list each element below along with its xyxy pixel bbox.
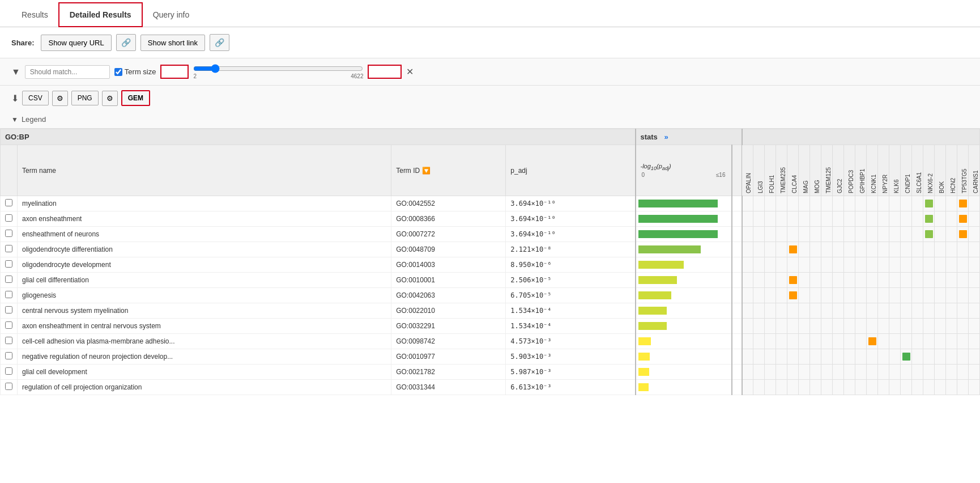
gene-cell	[810, 273, 821, 288]
gene-cell	[867, 303, 878, 319]
gene-columns-header	[742, 129, 980, 145]
bar-cell	[636, 319, 732, 334]
tab-detailed-results[interactable]: Detailed Results	[58, 2, 143, 27]
term-size-max-input[interactable]: 500	[368, 65, 402, 79]
gene-indicator	[925, 200, 933, 207]
gene-cell	[912, 349, 923, 365]
filter-input[interactable]	[25, 65, 110, 79]
term-id-cell: GO:0010977	[391, 349, 506, 365]
gene-cell	[969, 380, 980, 395]
term-id-cell: GO:0031344	[391, 380, 506, 395]
row-checkbox[interactable]	[5, 214, 12, 222]
gene-cell	[923, 365, 935, 380]
tab-query-info[interactable]: Query info	[143, 3, 200, 26]
row-checkbox[interactable]	[5, 367, 12, 375]
padj-cell: 2.506×10⁻⁵	[506, 273, 636, 288]
spacer-cell	[732, 334, 742, 349]
gene-cell	[787, 349, 799, 365]
gene-col-OPALIN: OPALIN	[742, 145, 753, 196]
range-slider[interactable]	[193, 64, 363, 73]
col-term-id[interactable]: Term ID 🔽	[391, 145, 506, 196]
gene-cell	[867, 211, 878, 227]
gene-cell	[753, 319, 765, 334]
table-row: glial cell differentiationGO:00100012.50…	[1, 273, 980, 288]
tab-results[interactable]: Results	[11, 3, 58, 26]
gene-cell	[867, 242, 878, 257]
gem-download-button[interactable]: GEM	[121, 90, 150, 106]
gene-cell	[935, 349, 946, 365]
show-query-url-button[interactable]: Show query URL	[41, 35, 111, 51]
gene-cell	[753, 349, 765, 365]
gene-cell	[810, 334, 821, 349]
axis-max: ≤16	[716, 172, 726, 178]
gene-cell	[969, 334, 980, 349]
show-short-link-button[interactable]: Show short link	[140, 35, 205, 51]
table-row: regulation of cell projection organizati…	[1, 380, 980, 395]
bar-cell	[636, 365, 732, 380]
gene-col-POPDC3: POPDC3	[844, 145, 855, 196]
gene-cell	[946, 242, 957, 257]
gene-cell	[889, 211, 901, 227]
gene-cell	[912, 211, 923, 227]
padj-cell: 3.694×10⁻¹⁰	[506, 196, 636, 211]
gene-cell	[969, 211, 980, 227]
row-checkbox[interactable]	[5, 383, 12, 390]
gene-cell	[912, 242, 923, 257]
term-size-checkbox[interactable]	[114, 68, 122, 76]
row-checkbox[interactable]	[5, 276, 12, 283]
stats-expand-icon[interactable]: »	[664, 133, 668, 141]
padj-cell: 3.694×10⁻¹⁰	[506, 227, 636, 242]
legend-chevron[interactable]: ▼	[11, 116, 18, 124]
png-settings-button[interactable]: ⚙	[102, 91, 118, 106]
table-row: cell-cell adhesion via plasma-membrane a…	[1, 334, 980, 349]
gene-cell	[844, 349, 855, 365]
gene-cell	[753, 380, 765, 395]
gene-cell	[923, 288, 935, 303]
row-checkbox[interactable]	[5, 260, 12, 268]
gene-cell	[776, 319, 787, 334]
term-size-min-input[interactable]: 10	[160, 65, 189, 79]
col-spacer	[732, 145, 742, 196]
gene-cell	[889, 196, 901, 211]
copy-query-url-icon-button[interactable]: 🔗	[116, 34, 136, 51]
gene-cell	[742, 273, 753, 288]
gene-cell	[799, 380, 810, 395]
gene-cell	[935, 303, 946, 319]
row-checkbox[interactable]	[5, 245, 12, 252]
gene-cell	[765, 303, 776, 319]
spacer-cell	[732, 196, 742, 211]
csv-download-button[interactable]: CSV	[22, 91, 49, 105]
gene-cell	[923, 273, 935, 288]
spacer-cell	[732, 273, 742, 288]
gene-cell	[912, 196, 923, 211]
row-checkbox[interactable]	[5, 306, 12, 313]
row-checkbox[interactable]	[5, 352, 12, 359]
term-name-cell: regulation of cell projection organizati…	[18, 380, 391, 395]
row-checkbox[interactable]	[5, 230, 12, 237]
gene-cell	[867, 257, 878, 273]
copy-short-link-icon-button[interactable]: 🔗	[210, 34, 229, 51]
significance-bar	[638, 307, 667, 315]
row-checkbox[interactable]	[5, 337, 12, 344]
png-download-button[interactable]: PNG	[71, 91, 99, 105]
table-row: central nervous system myelinationGO:002…	[1, 303, 980, 319]
row-checkbox[interactable]	[5, 291, 12, 298]
csv-settings-button[interactable]: ⚙	[52, 91, 68, 106]
table-row: myelinationGO:00425523.694×10⁻¹⁰	[1, 196, 980, 211]
spacer-cell	[732, 319, 742, 334]
clear-filter-button[interactable]: ✕	[406, 66, 414, 77]
spacer-cell	[732, 211, 742, 227]
gene-cell	[946, 365, 957, 380]
row-checkbox[interactable]	[5, 199, 12, 206]
gene-col-KCNK1: KCNK1	[867, 145, 878, 196]
gene-cell	[923, 196, 935, 211]
gene-cell	[889, 273, 901, 288]
row-checkbox[interactable]	[5, 321, 12, 329]
gene-cell	[765, 242, 776, 257]
col-term-name[interactable]: Term name	[18, 145, 391, 196]
col-padj[interactable]: p_adj	[506, 145, 636, 196]
gene-cell	[957, 227, 969, 242]
gene-cell	[889, 288, 901, 303]
gene-cell	[957, 288, 969, 303]
term-name-cell: axon ensheathment in central nervous sys…	[18, 319, 391, 334]
